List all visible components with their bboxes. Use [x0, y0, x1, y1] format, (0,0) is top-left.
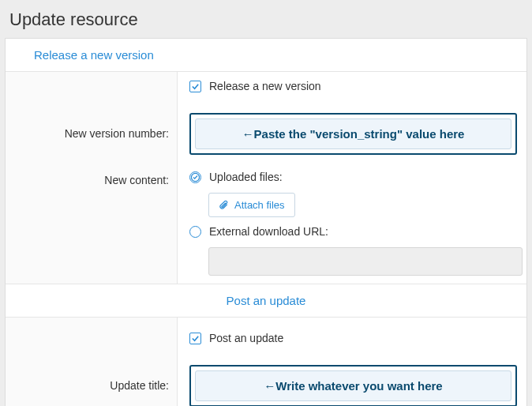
update-title-highlight-box: [189, 365, 517, 406]
version-number-label: New version number:: [6, 103, 178, 163]
external-url-label: External download URL:: [209, 225, 328, 238]
post-update-checkbox-label: Post an update: [209, 332, 283, 344]
radio-check-icon: [190, 171, 200, 183]
attach-files-label: Attach files: [234, 199, 285, 211]
page-title: Update resource: [0, 0, 532, 38]
check-icon: [191, 82, 200, 91]
empty-label-2: [6, 318, 178, 355]
release-checkbox[interactable]: [189, 81, 201, 92]
paperclip-icon: [219, 200, 230, 211]
post-update-checkbox[interactable]: [189, 333, 201, 344]
post-update-header: Post an update: [6, 284, 526, 317]
attach-files-button[interactable]: Attach files: [208, 193, 295, 217]
version-number-input[interactable]: [195, 118, 511, 149]
release-checkbox-label: Release a new version: [209, 80, 321, 92]
update-form-panel: Release a new version Release a new vers…: [5, 38, 527, 406]
uploaded-files-label: Uploaded files:: [209, 171, 283, 183]
version-highlight-box: [189, 113, 517, 155]
external-url-radio[interactable]: [189, 226, 201, 238]
release-version-header: Release a new version: [6, 39, 526, 71]
new-content-label: New content:: [6, 163, 178, 284]
update-title-input[interactable]: [195, 370, 511, 401]
update-title-label: Update title:: [6, 355, 178, 406]
external-url-input[interactable]: [208, 247, 523, 276]
empty-label: [6, 72, 178, 103]
uploaded-files-radio[interactable]: [189, 171, 201, 183]
check-icon: [191, 334, 200, 343]
post-update-body: Post an update Update title:: [6, 317, 526, 406]
release-version-body: Release a new version New version number…: [6, 71, 526, 284]
